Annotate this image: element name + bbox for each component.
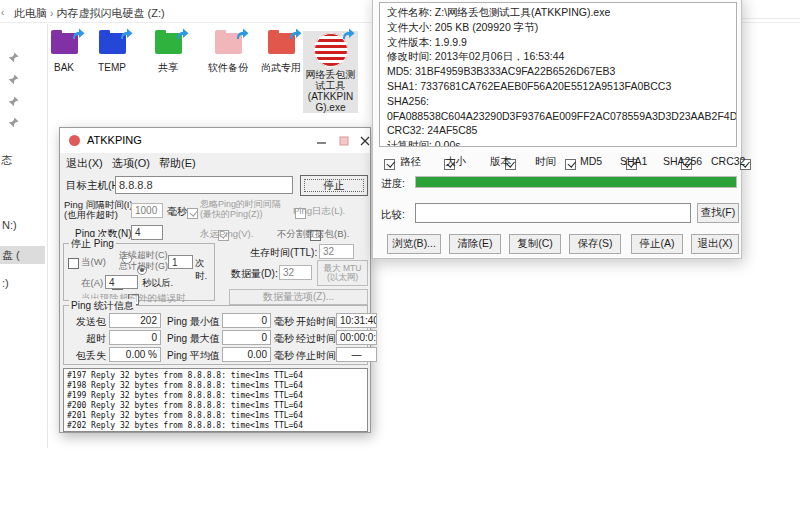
time-checkbox[interactable]: [565, 159, 576, 170]
stat-min-label: Ping 最小值: [167, 315, 220, 329]
data-size-input[interactable]: 32: [279, 265, 312, 280]
compare-input[interactable]: [415, 203, 691, 223]
stat-elapsed-label: 经过时间: [296, 332, 336, 346]
file-folder-share[interactable]: 共享: [146, 33, 190, 73]
sha1-checkbox-label: SHA1: [620, 155, 647, 167]
file-folder-temp[interactable]: TEMP: [90, 33, 134, 73]
crc32-line: CRC32: 24AF5C85: [387, 123, 729, 138]
stat-max-unit: 毫秒: [274, 332, 294, 346]
progress-bar: [415, 176, 737, 188]
log-line: #202 Reply 32 bytes from 8.8.8.8: time<1…: [67, 421, 364, 431]
stop-when-label: 当(W): [81, 256, 106, 269]
path-checkbox-label: 路径: [400, 155, 421, 169]
interval-label: Ping 间隔时间(I): (也用作超时): [64, 200, 135, 220]
sha256-checkbox-label: SHA256: [663, 155, 702, 167]
find-button[interactable]: 查找(F): [697, 203, 739, 223]
stop-after-input[interactable]: 4: [105, 275, 138, 289]
clear-button[interactable]: 清除(E): [449, 234, 501, 254]
stat-start-value: 10:31:40: [336, 313, 377, 328]
file-label: 共享: [146, 62, 190, 73]
file-folder-bak[interactable]: BAK: [42, 33, 86, 73]
crc32-checkbox-label: CRC32: [711, 155, 745, 167]
log-line: #197 Reply 32 bytes from 8.8.8.8: time<1…: [67, 371, 364, 381]
stat-loss-value: 0.00 %: [109, 347, 161, 362]
browse-button[interactable]: 浏览(B)...: [387, 234, 441, 254]
log-line: #200 Reply 32 bytes from 8.8.8.8: time<1…: [67, 401, 364, 411]
stop-button[interactable]: 停止: [300, 175, 368, 196]
menu-help[interactable]: 帮助(E): [159, 156, 196, 171]
ping-log-area[interactable]: #197 Reply 32 bytes from 8.8.8.8: time<1…: [63, 368, 368, 432]
sidebar-item-fragment[interactable]: 态: [1, 153, 12, 168]
timeout-times-suffix: 次时.: [195, 257, 214, 283]
menu-exit[interactable]: 退出(X): [66, 156, 103, 171]
stop-after-label: 在(A): [81, 277, 103, 290]
atkkping-titlebar-icon: [69, 135, 80, 146]
maximize-button[interactable]: [335, 133, 352, 148]
stat-avg-value: 0.00: [222, 347, 271, 362]
breadcrumb: 此电脑 › 内存虚拟闪电硬盘 (Z:): [14, 6, 165, 21]
stop-hash-button[interactable]: 停止(A): [631, 234, 683, 254]
file-name-line: 文件名称: Z:\网络丢包测试工具(ATKKPING).exe: [387, 5, 729, 20]
sidebar-item-drive-n[interactable]: N:): [2, 219, 17, 231]
stop-after-suffix: 秒以后.: [142, 277, 173, 290]
sync-arrow-icon: [236, 27, 249, 40]
file-version-line: 文件版本: 1.9.9.9: [387, 35, 729, 50]
interval-input[interactable]: 1000: [131, 203, 163, 218]
stat-loss-label: 包丢失: [66, 349, 106, 363]
ignore-interval-checkbox[interactable]: [187, 208, 198, 219]
path-checkbox[interactable]: [384, 159, 395, 170]
copy-button[interactable]: 复制(C): [509, 234, 561, 254]
md5-line: MD5: 31BF4959B3B333AC9FA22B6526D67EB3: [387, 64, 729, 79]
ttl-label: 生存时间(TTL):: [250, 246, 317, 260]
menu-options[interactable]: 选项(O): [112, 156, 150, 171]
ping-log-label: Ping日志(L).: [293, 205, 345, 218]
ttl-input[interactable]: 32: [319, 244, 354, 259]
stat-sent-label: 发送包: [66, 315, 106, 329]
file-folder-software-backup[interactable]: 软件备份: [204, 33, 252, 73]
atkkping-app-icon: [314, 33, 348, 67]
hash-info-area[interactable]: 文件名称: Z:\网络丢包测试工具(ATKKPING).exe 文件大小: 20…: [379, 2, 737, 147]
breadcrumb-back-fragment[interactable]: ‹: [1, 7, 4, 18]
stop-button-label: 停止: [304, 179, 364, 192]
compare-label: 比较:: [381, 208, 405, 222]
breadcrumb-this-pc[interactable]: 此电脑: [14, 7, 47, 19]
max-mtu-button[interactable]: 最大 MTU (以太网): [317, 260, 368, 286]
maximize-icon: [339, 136, 349, 146]
file-label: 软件备份: [204, 62, 252, 73]
calc-time-line: 计算时间: 0.00s: [387, 138, 729, 147]
timeout-times-input[interactable]: 1: [168, 255, 193, 269]
sidebar-item-drive-i[interactable]: :): [2, 277, 9, 289]
data-size-options-button[interactable]: 数据量选项(Z)...: [229, 289, 368, 305]
exit-button[interactable]: 退出(X): [691, 234, 739, 254]
sidebar-divider: [47, 24, 48, 448]
close-button[interactable]: [356, 133, 373, 148]
file-folder-shangwu[interactable]: 尚武专用: [257, 33, 305, 73]
sidebar-item-drive-z[interactable]: 盘 (: [2, 248, 20, 263]
version-checkbox-label: 版本: [490, 155, 511, 169]
stat-stop-label: 停止时间: [296, 349, 336, 363]
stat-min-value: 0: [222, 313, 271, 328]
save-button[interactable]: 保存(S): [569, 234, 621, 254]
file-label: BAK: [42, 62, 86, 73]
close-icon: [360, 136, 370, 146]
stat-start-label: 开始时间: [296, 315, 336, 329]
ping-count-input[interactable]: 4: [131, 225, 163, 240]
stat-timeout-label: 超时: [66, 332, 106, 346]
breadcrumb-current-drive[interactable]: 内存虚拟闪电硬盘 (Z:): [56, 7, 164, 19]
atkkping-titlebar[interactable]: ATKKPING: [60, 128, 370, 153]
file-atkkping-exe[interactable]: 网络丢包测 试工具 (ATKKPIN G).exe: [303, 31, 358, 113]
minimize-icon: [317, 136, 327, 146]
desktop: ‹ 此电脑 › 内存虚拟闪电硬盘 (Z:) 态 N:) 盘 ( :) BAK T…: [0, 0, 800, 512]
pin-icon: [8, 74, 19, 85]
sync-arrow-icon: [72, 27, 85, 40]
stat-elapsed-value: 00:00:0:: [336, 330, 377, 345]
sync-arrow-icon: [120, 27, 133, 40]
ping-forever-label: 永远Ping(V).: [200, 228, 253, 241]
stat-avg-label: Ping 平均值: [167, 349, 220, 363]
stop-when-checkbox[interactable]: [68, 258, 79, 269]
folder-icon: [268, 33, 295, 54]
target-host-input[interactable]: 8.8.8.8: [115, 176, 293, 194]
time-checkbox-label: 时间: [535, 155, 556, 169]
sha1-line: SHA1: 7337681CA762EAEB0F56A20E5512A9513F…: [387, 79, 729, 94]
minimize-button[interactable]: [313, 133, 330, 148]
